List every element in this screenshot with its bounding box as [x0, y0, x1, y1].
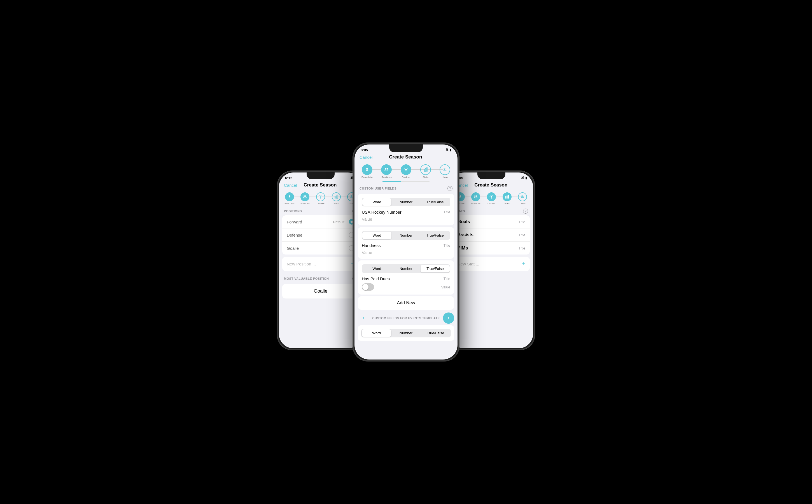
step-custom-left[interactable]: Custom [313, 192, 328, 205]
field-name-handness: Handness [362, 243, 381, 248]
custom-help-button[interactable]: ? [447, 186, 452, 191]
field-name-paid: Has Paid Dues [362, 276, 390, 281]
bottom-seg-number[interactable]: Number [391, 329, 421, 337]
svg-point-23 [522, 195, 523, 197]
status-icons-right: ···· ⌘ ▮ [517, 176, 527, 180]
wifi-icon-right: ⌘ [521, 176, 524, 180]
cancel-button-left[interactable]: Cancel [284, 183, 297, 188]
new-position-row[interactable]: New Position ... + [282, 257, 359, 271]
cancel-button-center[interactable]: Cancel [360, 155, 373, 160]
position-row-forward[interactable]: Forward Default [282, 215, 359, 228]
step-positions-left[interactable]: Positions [297, 192, 313, 205]
step-positions-center[interactable]: Positions [377, 164, 396, 179]
step-label-positions-right: Positions [471, 202, 480, 205]
bottom-seg-word[interactable]: Word [362, 329, 391, 337]
svg-point-10 [387, 168, 388, 169]
seg-number-handness[interactable]: Number [391, 232, 421, 239]
stat-label-pims: Title [519, 246, 525, 250]
step-label-positions-center: Positions [381, 176, 392, 179]
step-stats-right[interactable]: Stats [499, 192, 515, 205]
toggle-paid-dues[interactable] [362, 283, 374, 291]
bottom-segment-control: Word Number True/False [361, 329, 451, 337]
step-basic-info-left[interactable]: Basic Info [282, 192, 297, 205]
step-label-stats-center: Stats [423, 176, 428, 179]
step-stats-center[interactable]: Stats [416, 164, 435, 179]
nav-bar-center: Cancel Create Season [354, 153, 458, 162]
page-title-center: Create Season [389, 154, 422, 160]
step-label-positions-left: Positions [300, 202, 309, 205]
next-arrow-button[interactable] [443, 312, 454, 324]
svg-point-17 [475, 196, 475, 197]
stat-row-pims[interactable]: PIMs Title [453, 242, 530, 255]
field-row-usa-value: Value [362, 216, 450, 223]
seg-truefalse-paid[interactable]: True/False [421, 265, 450, 272]
svg-point-18 [476, 196, 477, 197]
stat-row-assists[interactable]: Assists Title [453, 228, 530, 242]
field-value-label-paid: Value [441, 285, 450, 289]
prev-arrow-button[interactable] [358, 312, 369, 324]
seg-word-handness[interactable]: Word [362, 232, 391, 239]
phone-center-inner: 8:05 ···· ⌘ ▮ Cancel Create Season [354, 144, 458, 360]
position-row-goalie[interactable]: Goalie [282, 242, 359, 255]
svg-rect-4 [335, 197, 335, 199]
step-circle-users-center [440, 164, 450, 175]
dots-icon: ···· [346, 176, 349, 180]
mvp-card[interactable]: Goalie [282, 284, 359, 298]
seg-number-paid[interactable]: Number [391, 265, 421, 272]
seg-word-usa[interactable]: Word [362, 198, 391, 206]
step-basic-info-center[interactable]: Basic Info [357, 164, 377, 179]
step-circle-users-right [518, 192, 527, 201]
svg-point-2 [305, 196, 306, 197]
step-users-center[interactable]: Users [435, 164, 455, 179]
mvp-section-header: MOST VALUABLE POSITION ? [279, 273, 362, 283]
stats-help-button[interactable]: ? [523, 209, 528, 214]
svg-rect-12 [424, 169, 424, 172]
step-stats-left[interactable]: Stats [328, 192, 344, 205]
seg-word-paid[interactable]: Word [362, 265, 391, 272]
segment-paid-dues: Word Number True/False [362, 264, 450, 273]
mvp-value: Goalie [314, 288, 327, 294]
steps-left: Basic Info Positions Custom [279, 190, 362, 206]
step-positions-right[interactable]: Positions [468, 192, 484, 205]
segment-handness: Word Number True/False [362, 231, 450, 240]
new-stat-row[interactable]: New Stat ... + [453, 257, 530, 271]
new-stat-add-button[interactable]: + [522, 261, 525, 267]
svg-point-0 [289, 195, 290, 197]
stats-section-header: STATS ? [450, 206, 533, 215]
stat-label-assists: Title [519, 233, 525, 237]
battery-icon-right: ▮ [525, 176, 527, 180]
bottom-seg-truefalse[interactable]: True/False [421, 329, 450, 337]
field-label-handness: Title [444, 243, 450, 248]
seg-number-usa[interactable]: Number [391, 198, 421, 206]
step-circle-custom-center [401, 164, 411, 175]
step-custom-center[interactable]: Custom [396, 164, 416, 179]
stat-name-goals: Goals [458, 219, 470, 224]
field-row-handness-value: Value [362, 249, 450, 256]
field-row-paid-value: Value [362, 282, 450, 292]
svg-point-15 [444, 168, 445, 170]
step-circle-stats-left [332, 192, 341, 201]
wifi-icon-center: ⌘ [445, 148, 449, 152]
seg-truefalse-handness[interactable]: True/False [421, 232, 450, 239]
phone-left: 6:12 ···· ⌘ ▮ Cancel Create Season [277, 171, 364, 350]
step-users-right[interactable]: Users [515, 192, 530, 205]
seg-truefalse-usa[interactable]: True/False [421, 198, 450, 206]
svg-point-9 [385, 168, 386, 169]
new-stat-placeholder: New Stat ... [458, 262, 479, 266]
segment-usa-hockey: Word Number True/False [362, 198, 450, 206]
field-value-handness: Value [362, 250, 372, 255]
step-custom-right[interactable]: Custom [484, 192, 499, 205]
field-card-handness: Word Number True/False Handness Title Va… [358, 227, 454, 259]
nav-bar-left: Cancel Create Season [279, 181, 362, 190]
dots-icon-right: ···· [517, 176, 520, 180]
svg-rect-14 [426, 168, 427, 172]
svg-rect-22 [508, 195, 508, 198]
field-label-paid: Title [444, 277, 450, 281]
add-new-button[interactable]: Add New [358, 296, 454, 310]
notch-center [389, 144, 423, 152]
position-name-forward: Forward [287, 220, 302, 224]
stat-row-goals[interactable]: Goals Title [453, 215, 530, 228]
field-row-handness-title: Handness Title [362, 242, 450, 249]
step-circle-basic-info-left [285, 192, 294, 201]
position-row-defense[interactable]: Defense [282, 228, 359, 242]
